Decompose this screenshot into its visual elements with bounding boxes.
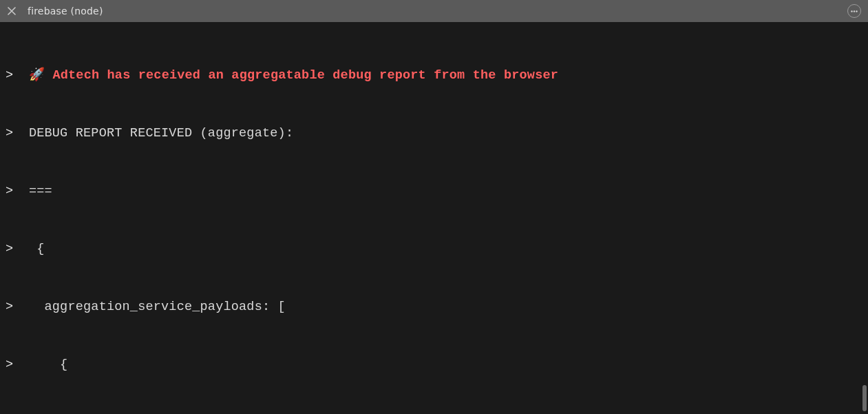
prompt-char: > <box>6 358 13 372</box>
prompt-char: > <box>6 68 13 83</box>
prompt-char: > <box>6 242 13 256</box>
log-line: > { <box>6 240 862 259</box>
rocket-icon: 🚀 <box>29 68 45 83</box>
svg-point-0 <box>851 10 852 12</box>
log-line: > { <box>6 355 862 375</box>
log-text: aggregation_service_payloads: [ <box>13 300 286 314</box>
highlight-message: Adtech has received an aggregatable debu… <box>45 68 558 83</box>
prompt-char: > <box>6 300 13 314</box>
svg-point-1 <box>854 10 855 12</box>
close-icon[interactable] <box>7 6 17 16</box>
svg-point-2 <box>856 10 857 12</box>
log-line: > === <box>6 182 862 201</box>
log-text: DEBUG REPORT RECEIVED (aggregate): <box>13 126 293 141</box>
terminal-output: > 🚀 Adtech has received an aggregatable … <box>0 22 868 414</box>
scrollbar-thumb[interactable] <box>862 385 867 411</box>
more-menu-icon[interactable] <box>847 4 861 18</box>
log-line: > 🚀 Adtech has received an aggregatable … <box>6 66 862 85</box>
prompt-char: > <box>6 126 13 141</box>
log-line: > aggregation_service_payloads: [ <box>6 298 862 317</box>
log-text: { <box>13 242 44 256</box>
titlebar: firebase (node) <box>0 0 868 22</box>
window-title: firebase (node) <box>28 6 847 17</box>
log-text: { <box>13 358 67 372</box>
log-text: === <box>13 184 52 198</box>
prompt-char: > <box>6 184 13 198</box>
log-line: > DEBUG REPORT RECEIVED (aggregate): <box>6 124 862 143</box>
